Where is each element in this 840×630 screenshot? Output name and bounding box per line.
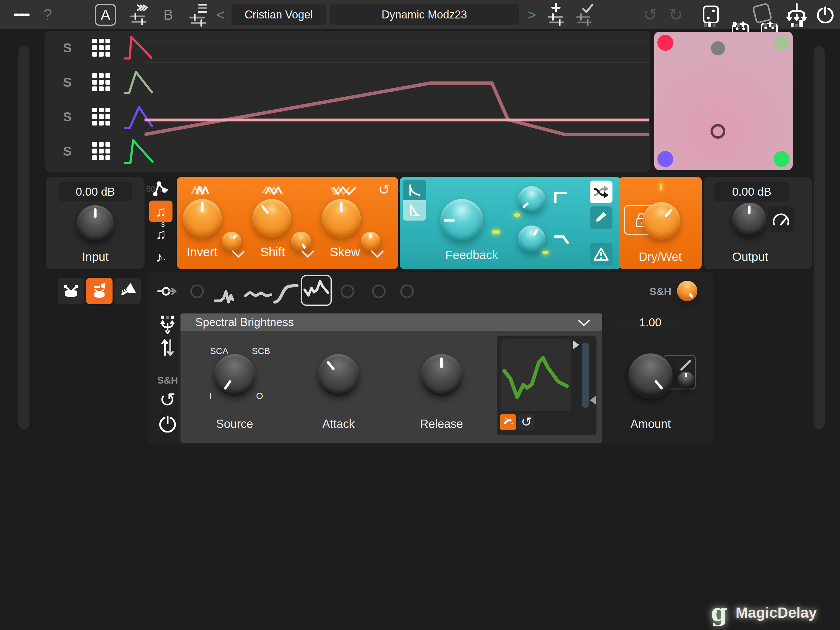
mod-direction-icon[interactable]: [155, 338, 180, 359]
xy-corner-dot-sage[interactable]: [774, 35, 789, 51]
filter-drums-button[interactable]: [58, 278, 84, 304]
menu-icon[interactable]: [14, 0, 30, 29]
skew-fine-knob[interactable]: [361, 232, 381, 251]
grid-icon[interactable]: [92, 39, 110, 57]
skew-knob[interactable]: [322, 199, 361, 238]
slot-b-morph-icon[interactable]: [188, 0, 209, 29]
mod-route-split-icon[interactable]: [155, 315, 180, 335]
trumpet-icon: [119, 283, 136, 299]
preset-prev-icon[interactable]: <: [214, 0, 227, 29]
sync-dotted-button[interactable]: ♪·: [149, 246, 172, 268]
slope-icon[interactable]: [679, 358, 692, 372]
preset-slot-b-button[interactable]: B: [161, 0, 175, 29]
solo-button[interactable]: S: [63, 144, 72, 159]
preset-name-box[interactable]: Dynamic Modz23: [330, 4, 519, 25]
mod-slot-empty[interactable]: [372, 285, 385, 298]
xy-corner-dot-purple[interactable]: [657, 151, 673, 167]
solo-button[interactable]: S: [63, 75, 72, 90]
preset-author-box[interactable]: Cristian Vogel: [232, 4, 326, 25]
plugin-window: ? A B < Cristian Vogel Dynam: [0, 0, 840, 630]
mod-release-knob[interactable]: [421, 354, 463, 396]
sync-triplet-button[interactable]: ♫3: [149, 223, 172, 245]
mod-magic-wand-button[interactable]: [500, 414, 516, 430]
help-button[interactable]: ?: [40, 0, 55, 29]
feedback-tone-knob[interactable]: [518, 186, 545, 214]
xy-cursor-dot[interactable]: [711, 41, 725, 55]
mod-source-knob[interactable]: [214, 354, 256, 396]
right-scrollbar[interactable]: [813, 46, 825, 429]
spectral-plot[interactable]: [145, 35, 649, 157]
skew-dropdown-icon[interactable]: [371, 250, 384, 258]
dice-activity-meter: [733, 22, 744, 27]
mod-amount-knob[interactable]: [628, 352, 674, 398]
invert-knob[interactable]: [183, 199, 222, 238]
sync-note-button[interactable]: ♫: [149, 201, 172, 222]
solo-button[interactable]: S: [63, 41, 72, 55]
randomize-small-dice-icon[interactable]: [703, 6, 719, 24]
undo-icon[interactable]: ↺: [641, 0, 660, 29]
mod-sh-toggle[interactable]: S&H: [155, 375, 180, 386]
filter-all-button[interactable]: [86, 278, 112, 304]
xy-corner-dot-green[interactable]: [774, 151, 789, 167]
redo-icon[interactable]: ↻: [666, 0, 685, 29]
xy-target-ring[interactable]: [712, 125, 724, 138]
output-knob[interactable]: [733, 203, 766, 237]
save-preset-confirm-icon[interactable]: [574, 0, 596, 29]
mod-curve-reset-button[interactable]: ↺: [518, 414, 534, 430]
save-preset-as-icon[interactable]: [546, 0, 567, 29]
xy-pad[interactable]: [654, 32, 793, 170]
xy-corner-dot-red[interactable]: [657, 35, 673, 51]
grid-icon[interactable]: [92, 142, 110, 160]
preset-next-icon[interactable]: >: [525, 0, 539, 29]
spectral-panel: S S S S: [44, 31, 650, 172]
drywet-knob[interactable]: [643, 202, 680, 240]
mod-amount-value[interactable]: 1.00: [617, 314, 683, 331]
mod-attack-knob[interactable]: [317, 354, 359, 396]
feedback-knife-button[interactable]: [590, 206, 613, 229]
mod-amount-fine-knob[interactable]: [677, 372, 694, 388]
feedback-damp-knob[interactable]: [518, 225, 545, 253]
feedback-mode-a-button[interactable]: [403, 180, 426, 200]
slider-bottom-marker: [590, 396, 596, 405]
mod-target-dropdown[interactable]: Spectral Brightness: [180, 313, 602, 331]
feedback-knob[interactable]: [440, 199, 483, 242]
warp-reset-icon[interactable]: ↺: [378, 182, 390, 196]
left-scrollbar[interactable]: [19, 46, 30, 429]
power-icon[interactable]: [815, 0, 835, 29]
mod-power-icon[interactable]: [155, 415, 180, 434]
mod-depth-slider[interactable]: [582, 343, 589, 408]
mod-curve-display[interactable]: [501, 339, 571, 411]
feedback-label: Feedback: [441, 248, 502, 262]
mod-slot-empty[interactable]: [400, 285, 414, 298]
shift-dropdown-icon[interactable]: [301, 250, 314, 258]
feedback-warning-button[interactable]: [590, 243, 613, 266]
mod-slot-empty[interactable]: [341, 285, 354, 298]
shift-knob[interactable]: [253, 199, 291, 238]
invert-fine-knob[interactable]: [222, 232, 242, 251]
envelope-mode-button[interactable]: [149, 178, 172, 199]
invert-dropdown-icon[interactable]: [232, 250, 245, 258]
mod-slot-waveform[interactable]: [214, 286, 242, 304]
output-value[interactable]: 0.00 dB: [714, 182, 789, 201]
output-limiter-button[interactable]: [768, 206, 794, 232]
solo-button[interactable]: S: [63, 109, 72, 124]
mod-slot-waveform[interactable]: [244, 287, 272, 303]
mod-slot-selected[interactable]: [301, 275, 332, 306]
input-value[interactable]: 0.00 dB: [58, 182, 132, 201]
filter-instruments-button[interactable]: [114, 278, 141, 304]
mod-reset-icon[interactable]: ↺: [155, 390, 180, 410]
feedback-range-mark: [553, 231, 570, 246]
grid-icon[interactable]: [92, 108, 110, 125]
dotted-note-icon: ♪·: [156, 249, 166, 265]
preset-slot-a-button[interactable]: A: [95, 4, 116, 26]
mod-sh-knob[interactable]: [677, 281, 697, 301]
mod-slot-waveform[interactable]: [273, 282, 300, 304]
slot-a-morph-icon[interactable]: [128, 0, 149, 29]
shift-fine-knob[interactable]: [291, 232, 311, 251]
grid-icon[interactable]: [92, 73, 110, 91]
mod-slot-empty[interactable]: [190, 285, 204, 298]
input-knob[interactable]: [77, 205, 114, 242]
feedback-mode-b-button[interactable]: [403, 200, 426, 220]
feedback-shuffle-button[interactable]: [590, 180, 613, 203]
mod-sh-label: S&H: [649, 285, 671, 298]
